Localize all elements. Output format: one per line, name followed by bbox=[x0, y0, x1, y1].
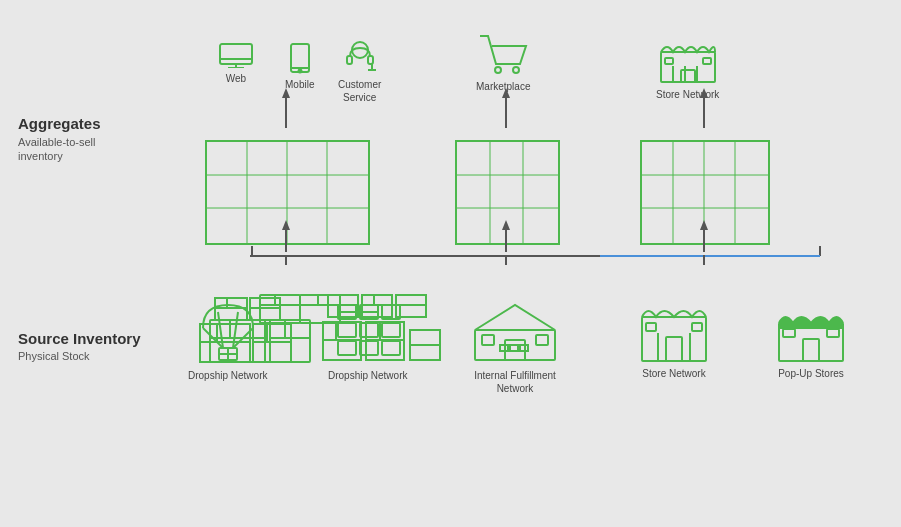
aggregates-title: Aggregates bbox=[18, 115, 101, 132]
svg-rect-0 bbox=[220, 44, 252, 64]
mobile-icon bbox=[289, 42, 311, 74]
popup-stores-label: Pop-Up Stores bbox=[778, 367, 844, 380]
svg-rect-14 bbox=[661, 52, 715, 82]
popup-stores-source: Pop-Up Stores bbox=[775, 295, 847, 380]
source-subtitle: Physical Stock bbox=[18, 350, 141, 362]
svg-rect-18 bbox=[681, 70, 695, 82]
v-drop-left bbox=[251, 246, 253, 256]
store-icon bbox=[638, 295, 710, 363]
web-label: Web bbox=[226, 72, 246, 85]
svg-marker-44 bbox=[502, 220, 510, 230]
marketplace-channel: Marketplace bbox=[476, 32, 530, 93]
diagram: Aggregates Available-to-sellinventory So… bbox=[0, 0, 901, 527]
v-down-grid2 bbox=[505, 255, 507, 265]
svg-rect-93 bbox=[827, 329, 839, 337]
customer-service-label: CustomerService bbox=[338, 78, 381, 104]
store-network-source-label: Store Network bbox=[642, 367, 705, 380]
v-down-grid3 bbox=[703, 255, 705, 265]
svg-marker-38 bbox=[502, 88, 510, 98]
svg-rect-88 bbox=[646, 323, 656, 331]
arrow-store-grid3 bbox=[698, 88, 710, 138]
svg-point-12 bbox=[495, 67, 501, 73]
popup-icon bbox=[775, 295, 847, 363]
svg-rect-80 bbox=[536, 335, 548, 345]
svg-marker-36 bbox=[282, 88, 290, 98]
web-icon bbox=[218, 42, 254, 68]
internal-fulfillment-label: Internal FulfillmentNetwork bbox=[474, 369, 556, 395]
store-network-source: Store Network bbox=[638, 295, 710, 380]
svg-rect-19 bbox=[665, 58, 673, 64]
svg-rect-79 bbox=[482, 335, 494, 345]
svg-marker-40 bbox=[700, 88, 708, 98]
arrow-hline-grid2 bbox=[500, 220, 512, 258]
v-down-grid1 bbox=[285, 255, 287, 265]
svg-rect-89 bbox=[692, 323, 702, 331]
internal-fulfillment-source: Internal FulfillmentNetwork bbox=[470, 295, 560, 395]
customer-service-icon bbox=[342, 38, 378, 74]
store-network-icon bbox=[657, 34, 719, 84]
source-boxes-area2 bbox=[318, 290, 458, 374]
arrow-channels-grid1 bbox=[280, 88, 292, 138]
svg-rect-8 bbox=[347, 56, 352, 64]
arrow-hline-grid1 bbox=[280, 220, 292, 258]
h-line-blue bbox=[600, 255, 820, 257]
svg-rect-9 bbox=[368, 56, 373, 64]
aggregates-label: Aggregates Available-to-sellinventory bbox=[18, 115, 101, 164]
arrow-hline-grid3 bbox=[698, 220, 710, 258]
web-channel: Web bbox=[218, 42, 254, 85]
svg-rect-92 bbox=[783, 329, 795, 337]
arrow-marketplace-grid2 bbox=[500, 88, 512, 138]
svg-rect-82 bbox=[510, 345, 518, 351]
svg-rect-91 bbox=[803, 339, 819, 361]
svg-point-13 bbox=[513, 67, 519, 73]
source-label: Source Inventory Physical Stock bbox=[18, 330, 141, 362]
svg-point-6 bbox=[298, 70, 301, 73]
customer-service-channel: CustomerService bbox=[338, 38, 381, 104]
fulfillment-icon bbox=[470, 295, 560, 365]
source-title: Source Inventory bbox=[18, 330, 141, 347]
svg-marker-42 bbox=[282, 220, 290, 230]
svg-rect-87 bbox=[666, 337, 682, 361]
aggregates-subtitle: Available-to-sellinventory bbox=[18, 135, 101, 164]
marketplace-icon bbox=[478, 32, 528, 76]
svg-rect-20 bbox=[703, 58, 711, 64]
svg-marker-46 bbox=[700, 220, 708, 230]
mobile-channel: Mobile bbox=[285, 42, 314, 91]
